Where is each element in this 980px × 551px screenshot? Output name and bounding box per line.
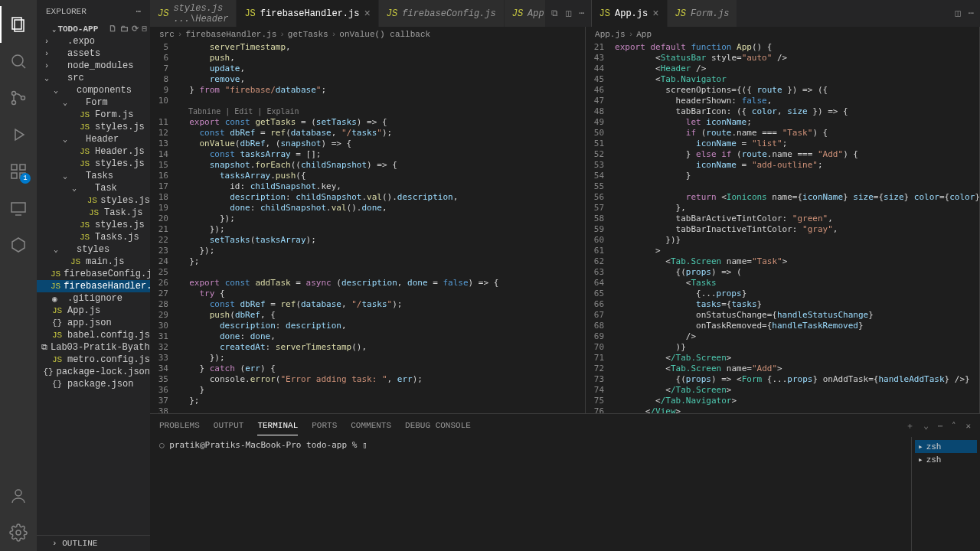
terminal-panel: PROBLEMSOUTPUTTERMINALPORTSCOMMENTSDEBUG… bbox=[150, 413, 980, 551]
panel-tab[interactable]: TERMINAL bbox=[257, 416, 298, 435]
tree-item[interactable]: JSTask.js bbox=[37, 207, 150, 219]
panel-tabs-left: PROBLEMSOUTPUTTERMINALPORTSCOMMENTSDEBUG… bbox=[159, 416, 471, 435]
code-left[interactable]: 5678910 11121314151617181920212223242526… bbox=[150, 42, 585, 413]
file-tree[interactable]: ›.expo›assets›node_modules⌄src⌄component… bbox=[37, 35, 150, 535]
svg-point-2 bbox=[12, 55, 23, 66]
tree-item[interactable]: ⌄src bbox=[37, 72, 150, 84]
terminal-instance[interactable]: ▸zsh bbox=[915, 453, 977, 466]
svg-point-13 bbox=[16, 530, 21, 535]
project-row[interactable]: ⌄TODO-APP 🗋 🗀 ⟳ ⊟ bbox=[37, 22, 150, 35]
new-folder-icon[interactable]: 🗀 bbox=[120, 24, 129, 34]
panel-tab[interactable]: OUTPUT bbox=[214, 416, 244, 435]
tree-item[interactable]: JSHeader.js bbox=[37, 145, 150, 158]
terminal-dropdown-icon[interactable]: ⌄ bbox=[923, 421, 929, 431]
extensions-badge: 1 bbox=[20, 173, 31, 184]
svg-point-4 bbox=[12, 101, 16, 105]
breadcrumb-left[interactable]: src ›firebaseHandler.js ›getTasks ›onVal… bbox=[150, 27, 585, 42]
editor-tab[interactable]: JSstyles.js ...\Header bbox=[150, 0, 237, 27]
tree-item[interactable]: ›.expo bbox=[37, 35, 150, 47]
tabnine-activity-icon[interactable] bbox=[0, 227, 37, 263]
split-icon[interactable]: ◫ bbox=[566, 8, 571, 19]
tree-item[interactable]: JSForm.js bbox=[37, 109, 150, 121]
tree-item[interactable]: JSstyles.js bbox=[37, 194, 150, 207]
tab-actions-left: ⧉ ◫ ⋯ bbox=[545, 0, 590, 27]
editor-tab[interactable]: JSfirebaseHandler.js× bbox=[237, 0, 378, 27]
tree-item[interactable]: ◉.gitignore bbox=[37, 292, 150, 305]
code-lines-left[interactable]: serverTimestamp, push, update, remove, }… bbox=[179, 42, 585, 413]
explorer-activity-icon[interactable] bbox=[0, 6, 37, 43]
tree-item[interactable]: ⌄styles bbox=[37, 243, 150, 256]
close-tab-icon[interactable]: × bbox=[652, 8, 658, 20]
editor-right: App.js ›App 2143444546474849505152535455… bbox=[586, 27, 980, 413]
tree-item[interactable]: JSfirebaseHandler.js bbox=[37, 280, 150, 292]
explorer-title: EXPLORER bbox=[46, 7, 87, 16]
tree-item[interactable]: ›assets bbox=[37, 47, 150, 60]
close-tab-icon[interactable]: × bbox=[364, 8, 370, 20]
terminal-list[interactable]: ▸zsh▸zsh bbox=[911, 437, 980, 551]
editor-left: src ›firebaseHandler.js ›getTasks ›onVal… bbox=[150, 27, 586, 413]
tabs-left: JSstyles.js ...\HeaderJSfirebaseHandler.… bbox=[150, 0, 545, 27]
panel-actions: ＋ ⌄ ⋯ ˄ ✕ bbox=[906, 420, 971, 432]
code-right[interactable]: 2143444546474849505152535455565758596061… bbox=[586, 42, 979, 413]
svg-rect-7 bbox=[20, 165, 25, 170]
accounts-activity-icon[interactable] bbox=[0, 478, 37, 514]
explorer-more-icon[interactable]: ⋯ bbox=[136, 6, 141, 16]
terminal-instance[interactable]: ▸zsh bbox=[915, 440, 977, 453]
tree-item[interactable]: {}package.json bbox=[37, 378, 150, 390]
svg-rect-6 bbox=[11, 165, 17, 170]
tree-item[interactable]: ⌄Form bbox=[37, 96, 150, 109]
panel-more-icon[interactable]: ⋯ bbox=[938, 421, 943, 431]
tree-item[interactable]: ⧉Lab03-Pratik-Byathnal.zip bbox=[37, 341, 150, 354]
svg-rect-10 bbox=[11, 203, 25, 212]
tree-item[interactable]: JSApp.js bbox=[37, 305, 150, 317]
collapse-icon[interactable]: ⊟ bbox=[142, 24, 147, 34]
panel-tab[interactable]: DEBUG CONSOLE bbox=[405, 416, 471, 435]
more-icon[interactable]: ⋯ bbox=[579, 8, 584, 19]
editor-tab[interactable]: JSfirebaseConfig.js bbox=[379, 0, 505, 27]
explorer-header: EXPLORER ⋯ bbox=[37, 0, 150, 22]
remote-activity-icon[interactable] bbox=[0, 190, 37, 227]
refresh-icon[interactable]: ⟳ bbox=[132, 24, 139, 34]
tree-item[interactable]: JSmain.js bbox=[37, 256, 150, 268]
maximize-panel-icon[interactable]: ˄ bbox=[952, 421, 956, 431]
search-activity-icon[interactable] bbox=[0, 43, 37, 80]
more-icon[interactable]: ⋯ bbox=[969, 8, 974, 19]
tree-item[interactable]: {}package-lock.json bbox=[37, 366, 150, 378]
panel-tab[interactable]: COMMENTS bbox=[351, 416, 391, 435]
editor-tab[interactable]: JSForm.js bbox=[668, 0, 738, 27]
new-file-icon[interactable]: 🗋 bbox=[109, 24, 117, 34]
code-lines-right[interactable]: export default function App() { <StatusB… bbox=[615, 42, 979, 413]
extensions-activity-icon[interactable]: 1 bbox=[0, 153, 37, 190]
editor-tab[interactable]: JSApp.js bbox=[505, 0, 545, 27]
settings-activity-icon[interactable] bbox=[0, 514, 37, 551]
tree-item[interactable]: JSstyles.js bbox=[37, 121, 150, 133]
panel-tab[interactable]: PORTS bbox=[312, 416, 337, 435]
tree-item[interactable]: JSfirebaseConfig.js bbox=[37, 268, 150, 280]
svg-marker-11 bbox=[12, 238, 24, 252]
close-panel-icon[interactable]: ✕ bbox=[965, 421, 971, 431]
tree-item[interactable]: JSbabel.config.js bbox=[37, 329, 150, 341]
split-icon[interactable]: ◫ bbox=[956, 8, 961, 19]
tree-item[interactable]: JSTasks.js bbox=[37, 231, 150, 243]
panel-tab[interactable]: PROBLEMS bbox=[159, 416, 200, 435]
panel-tabs: PROBLEMSOUTPUTTERMINALPORTSCOMMENTSDEBUG… bbox=[150, 414, 980, 437]
tree-item[interactable]: ⌄Task bbox=[37, 182, 150, 194]
tree-item[interactable]: {}app.json bbox=[37, 317, 150, 329]
outline-section[interactable]: › OUTLINE bbox=[37, 535, 150, 551]
activity-bar: 1 bbox=[0, 0, 37, 551]
compare-icon[interactable]: ⧉ bbox=[551, 8, 558, 19]
scm-activity-icon[interactable] bbox=[0, 80, 37, 116]
tree-item[interactable]: JSstyles.js bbox=[37, 219, 150, 231]
terminal-content[interactable]: ○ pratik@Pratiks-MacBook-Pro todo-app % … bbox=[150, 437, 911, 551]
tree-item[interactable]: JSmetro.config.js bbox=[37, 354, 150, 366]
tree-item[interactable]: ⌄components bbox=[37, 84, 150, 96]
editor-area: JSstyles.js ...\HeaderJSfirebaseHandler.… bbox=[150, 0, 980, 551]
tree-item[interactable]: JSstyles.js bbox=[37, 158, 150, 170]
breadcrumb-right[interactable]: App.js ›App bbox=[586, 27, 979, 42]
tree-item[interactable]: ⌄Tasks bbox=[37, 170, 150, 182]
debug-activity-icon[interactable] bbox=[0, 116, 37, 153]
tree-item[interactable]: ›node_modules bbox=[37, 60, 150, 72]
tree-item[interactable]: ⌄Header bbox=[37, 133, 150, 145]
new-terminal-icon[interactable]: ＋ bbox=[906, 420, 914, 432]
editor-tab[interactable]: JSApp.js× bbox=[592, 0, 668, 27]
